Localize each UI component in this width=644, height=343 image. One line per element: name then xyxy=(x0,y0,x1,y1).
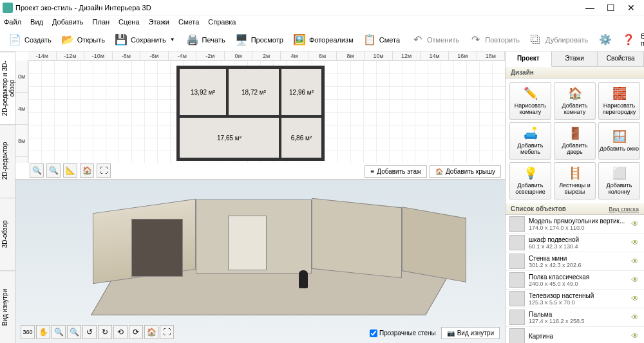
menubar: ФайлВидДобавитьПланСценаЭтажиСметаСправк… xyxy=(0,15,644,28)
photo-icon: 🖼️ xyxy=(292,33,307,47)
tool-button-8[interactable]: ⬜Добавить колонну xyxy=(598,162,640,199)
new-icon: 📄 xyxy=(8,33,22,47)
print-button[interactable]: 🖨️Печать xyxy=(182,31,229,49)
menu-Справка[interactable]: Справка xyxy=(208,18,236,26)
fit-button[interactable]: ⛶ xyxy=(97,163,111,178)
360-button[interactable]: 360 xyxy=(21,325,35,339)
menu-Добавить[interactable]: Добавить xyxy=(52,18,84,26)
floorplan[interactable]: 13,92 м²18,72 м²12,96 м²17,65 м²6,86 м² xyxy=(176,66,325,161)
object-item[interactable]: шкаф подвесной60.1 x 42.3 x 130.4👁 xyxy=(506,234,644,252)
object-name: Модель прямоугольник вертик... xyxy=(529,218,627,225)
panel-tab-0[interactable]: Проект xyxy=(506,51,552,67)
fit-3d-button[interactable]: ⛶ xyxy=(160,325,174,339)
rotate-left-button[interactable]: ↺ xyxy=(82,325,97,339)
estimate-button[interactable]: 📋Смета xyxy=(359,31,404,49)
settings-button[interactable]: ⚙️ xyxy=(594,31,616,49)
visibility-icon[interactable]: 👁 xyxy=(631,313,640,322)
panel-tab-1[interactable]: Этажи xyxy=(552,51,598,66)
menu-План[interactable]: План xyxy=(93,18,110,26)
add-roof-button[interactable]: 🏠Добавить крышу xyxy=(430,165,501,178)
menu-Вид[interactable]: Вид xyxy=(30,18,43,26)
minimize-button[interactable]: — xyxy=(580,1,600,14)
view-inside-button[interactable]: 📷Вид изнутри xyxy=(441,327,500,339)
vtab-0[interactable]: 2D-редактор и 3D-обзор xyxy=(0,51,15,124)
room[interactable]: 6,86 м² xyxy=(280,116,323,159)
object-name: Картина xyxy=(529,333,627,340)
floorplan-canvas[interactable]: 13,92 м²18,72 м²12,96 м²17,65 м²6,86 м² xyxy=(28,60,505,163)
3d-model[interactable] xyxy=(67,187,440,315)
visibility-icon[interactable]: 👁 xyxy=(631,331,640,340)
refresh-button[interactable]: ⟳ xyxy=(129,325,143,339)
transparent-walls-label: Прозрачные стены xyxy=(379,329,436,337)
dropdown-icon: ▼ xyxy=(170,37,175,42)
object-item[interactable]: Полка классическая240.0 x 45.0 x 49.0👁 xyxy=(506,271,644,290)
zoom-in-button[interactable]: 🔍 xyxy=(46,163,61,178)
help-button[interactable]: ❓ xyxy=(618,31,639,49)
tool-button-6[interactable]: 💡Добавить освещение xyxy=(509,162,551,199)
tool-button-4[interactable]: 🚪Добавить дверь xyxy=(554,122,596,160)
menu-Смета[interactable]: Смета xyxy=(178,18,199,26)
titlebar: Проект эко-стиль - Дизайн Интерьера 3D —… xyxy=(0,0,644,15)
object-item[interactable]: Модель прямоугольник вертик...174.0 x 17… xyxy=(506,215,644,234)
home-button[interactable]: 🏠 xyxy=(80,163,94,178)
tool-button-1[interactable]: 🏠Добавить комнату xyxy=(554,82,596,120)
open-button[interactable]: 📂Открыть xyxy=(57,31,109,49)
create-button[interactable]: 📄Создать xyxy=(4,31,55,49)
rotate-right-button[interactable]: ↻ xyxy=(98,325,112,339)
menu-Файл[interactable]: Файл xyxy=(4,18,21,26)
ruler-vertical: 0м4м8м xyxy=(15,60,28,163)
orbit-button[interactable]: ⟲ xyxy=(113,325,128,339)
transparent-walls-check[interactable]: Прозрачные стены xyxy=(370,329,436,337)
visibility-icon[interactable]: 👁 xyxy=(631,238,640,247)
object-item[interactable]: Телевизор настенный125.3 x 5.5 x 70.0👁 xyxy=(506,290,644,308)
2d-view[interactable]: -14м-12м-10м-8м-6м-4м-2м0м2м4м6м8м10м12м… xyxy=(15,51,505,180)
tool-button-5[interactable]: 🪟Добавить окно xyxy=(598,122,640,160)
preview-button[interactable]: 🖥️Просмотр xyxy=(231,31,287,49)
tool-button-0[interactable]: ✏️Нарисовать комнату xyxy=(509,82,551,120)
tool-button-7[interactable]: 🪜Лестницы и вырезы xyxy=(554,162,596,199)
menu-Этажи[interactable]: Этажи xyxy=(149,18,169,26)
zoom-out-button[interactable]: 🔍 xyxy=(30,163,44,178)
visibility-icon[interactable]: 👁 xyxy=(631,275,640,284)
undo-label: Отменить xyxy=(427,36,459,44)
toolbar: 📄Создать 📂Открыть 💾Сохранить▼ 🖨️Печать 🖥… xyxy=(0,28,644,51)
tool-icon: 🪜 xyxy=(567,166,583,181)
window-title: Проект эко-стиль - Дизайн Интерьера 3D xyxy=(15,4,580,12)
object-item[interactable]: Пальма127.4 x 116.2 x 258.5👁 xyxy=(506,308,644,327)
duplicate-button[interactable]: ⿻Дублировать xyxy=(525,31,592,49)
tool-button-3[interactable]: 🛋️Добавить мебель xyxy=(509,122,551,160)
room[interactable]: 13,92 м² xyxy=(178,68,227,116)
visibility-icon[interactable]: 👁 xyxy=(631,257,640,266)
object-list[interactable]: Модель прямоугольник вертик...174.0 x 17… xyxy=(506,215,644,343)
home-3d-button[interactable]: 🏠 xyxy=(144,325,158,339)
tool-icon: 🛋️ xyxy=(523,126,538,142)
vtab-3[interactable]: Вид изнутри xyxy=(0,270,15,343)
save-button[interactable]: 💾Сохранить▼ xyxy=(110,31,179,49)
vtab-2[interactable]: 3D-обзор xyxy=(0,198,15,270)
photo-button[interactable]: 🖼️Фотореализм xyxy=(289,31,357,49)
add-floor-button[interactable]: ≡Добавить этаж xyxy=(365,165,426,178)
measure-button[interactable]: 📐 xyxy=(63,163,77,178)
zoom-out-3d-button[interactable]: 🔍 xyxy=(52,325,66,339)
tool-icon: 🧱 xyxy=(612,86,627,102)
panel-tab-2[interactable]: Свойства xyxy=(598,51,644,66)
menu-Сцена[interactable]: Сцена xyxy=(118,18,139,26)
tool-icon: 🪟 xyxy=(612,129,627,145)
visibility-icon[interactable]: 👁 xyxy=(631,219,640,228)
zoom-in-3d-button[interactable]: 🔍 xyxy=(67,325,81,339)
maximize-button[interactable]: ☐ xyxy=(600,1,621,14)
object-item[interactable]: Картина👁 xyxy=(506,327,644,343)
3d-view[interactable]: 360 ✋ 🔍 🔍 ↺ ↻ ⟲ ⟳ 🏠 ⛶ Прозрачные стены 📷… xyxy=(15,180,505,343)
undo-button[interactable]: ↶Отменить xyxy=(406,31,463,49)
redo-button[interactable]: ↷Повторить xyxy=(464,31,524,49)
object-item[interactable]: Стенка мини301.2 x 42.3 x 202.6👁 xyxy=(506,252,644,271)
tool-button-2[interactable]: 🧱Нарисовать перегородку xyxy=(598,82,640,120)
vtab-1[interactable]: 2D-редактор xyxy=(0,124,15,197)
room[interactable]: 17,65 м² xyxy=(178,116,280,159)
room[interactable]: 18,72 м² xyxy=(227,68,280,116)
visibility-icon[interactable]: 👁 xyxy=(631,294,640,303)
pan-button[interactable]: ✋ xyxy=(36,325,50,339)
room[interactable]: 12,96 м² xyxy=(280,68,323,116)
close-button[interactable]: ✕ xyxy=(621,1,641,14)
objects-view-link[interactable]: Вид списка xyxy=(609,206,639,212)
